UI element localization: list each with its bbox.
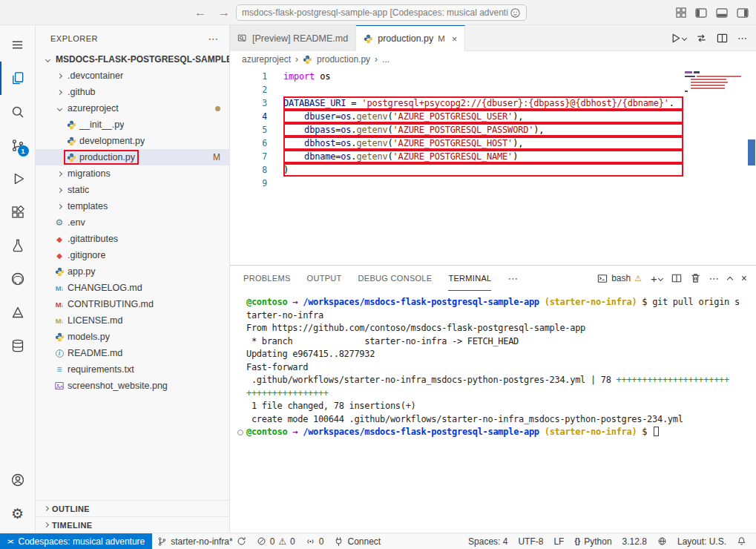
panel-tab-debug-console[interactable]: DEBUG CONSOLE <box>358 266 433 291</box>
code-line-3[interactable]: 3DATABASE_URI = 'postgresql+psycopg2://{… <box>230 96 683 110</box>
branch-indicator[interactable]: starter-no-infra* <box>152 533 251 549</box>
file-tree-item-license-md[interactable]: M↓LICENSE.md <box>36 312 229 329</box>
database-icon[interactable] <box>0 329 36 362</box>
ports-indicator[interactable]: 0 <box>300 533 329 549</box>
breadcrumb-item-production-py[interactable]: production.py <box>317 54 370 65</box>
terminal-instance-bash[interactable]: bash ⚠ <box>597 273 642 283</box>
panel-tab-terminal[interactable]: TERMINAL <box>448 266 491 291</box>
terminal-line: @contoso → /workspaces/msdocs-flask-post… <box>234 296 756 309</box>
run-dropdown-icon[interactable] <box>682 35 687 40</box>
file-tree-item-gitattributes[interactable]: ◆.gitattributes <box>36 231 229 247</box>
file-tree-item-models-py[interactable]: models.py <box>36 329 229 345</box>
split-terminal-icon[interactable] <box>671 273 682 283</box>
remote-indicator[interactable]: >< Codespaces: musical adventure <box>0 533 152 549</box>
terminal-line: Updating e967415..8277932 <box>234 348 756 361</box>
code-line-9[interactable]: 9 <box>230 177 683 190</box>
customize-layout-icon[interactable] <box>676 7 686 18</box>
encoding-indicator[interactable]: UTF-8 <box>513 533 548 549</box>
settings-gear-icon[interactable]: ⚙ <box>0 496 36 530</box>
minimap[interactable] <box>685 71 746 93</box>
file-tree-item-migrations[interactable]: migrations <box>36 165 229 182</box>
file-tree-item-env[interactable]: ⚙.env <box>36 214 229 231</box>
img-icon <box>53 381 65 390</box>
toggle-sidebar-icon[interactable] <box>695 8 707 18</box>
run-python-file-button[interactable] <box>670 33 686 44</box>
github-icon[interactable] <box>0 262 36 295</box>
file-tree-item-gitignore[interactable]: ◆.gitignore <box>36 247 229 263</box>
more-actions-icon[interactable]: ⋯ <box>737 33 747 44</box>
python-interpreter-indicator[interactable]: 3.12.8 <box>617 533 652 549</box>
code-line-8[interactable]: 8) <box>230 163 683 177</box>
file-tree-item-app-py[interactable]: app.py <box>36 263 229 280</box>
terminal-output[interactable]: @contoso → /workspaces/msdocs-flask-post… <box>230 291 756 533</box>
tab-preview-readme-md[interactable]: [Preview] README.md <box>230 25 356 51</box>
globe-icon[interactable] <box>652 533 672 549</box>
extensions-icon[interactable] <box>0 195 36 229</box>
back-icon[interactable]: ← <box>194 6 206 19</box>
command-center[interactable]: msdocs-flask-postgresql-sample-app [Code… <box>236 4 527 21</box>
file-tree-item-screenshot-website-png[interactable]: screenshot_website.png <box>36 378 229 394</box>
open-changes-icon[interactable] <box>696 33 707 44</box>
breadcrumb-item-[interactable]: ... <box>382 54 389 65</box>
testing-icon[interactable] <box>0 229 36 262</box>
azure-icon[interactable] <box>0 295 36 329</box>
breadcrumb-item-azureproject[interactable]: azureproject <box>242 54 291 65</box>
connect-button[interactable]: Connect <box>329 533 386 549</box>
file-tree-item-github[interactable]: .github <box>36 84 229 100</box>
file-tree-item-development-py[interactable]: development.py <box>36 133 229 149</box>
file-tree-item-production-py[interactable]: production.pyM <box>36 149 229 165</box>
code-editor[interactable]: 1import os23DATABASE_URI = 'postgresql+p… <box>230 68 756 265</box>
run-debug-icon[interactable] <box>0 162 36 195</box>
kill-terminal-icon[interactable] <box>691 273 700 283</box>
file-tree-item-msdocs-flask-postgresql-sample[interactable]: MSDOCS-FLASK-POSTGRESQL-SAMPLE-... <box>36 51 229 68</box>
braces-icon: {} <box>574 537 580 545</box>
file-tree-item-readme-md[interactable]: iREADME.md <box>36 345 229 361</box>
codespace-remote-icon[interactable] <box>510 7 521 19</box>
code-line-4[interactable]: 4 dbuser=os.getenv('AZURE_POSTGRESQL_USE… <box>230 110 683 123</box>
account-icon[interactable] <box>0 463 36 496</box>
new-terminal-dropdown-icon[interactable] <box>658 275 663 280</box>
tab-production-py[interactable]: production.pyM× <box>356 25 465 51</box>
eol-indicator[interactable]: LF <box>548 533 569 549</box>
new-terminal-button[interactable]: + <box>651 272 663 285</box>
forward-icon[interactable]: → <box>218 6 230 19</box>
file-tree-item-contributing-md[interactable]: M↓CONTRIBUTING.md <box>36 296 229 312</box>
timeline-section-header[interactable]: TIMELINE <box>36 516 229 533</box>
file-tree-item-azureproject[interactable]: azureproject <box>36 100 229 116</box>
file-tree-item-devcontainer[interactable]: .devcontainer <box>36 68 229 84</box>
file-tree-item-changelog-md[interactable]: M↓CHANGELOG.md <box>36 280 229 296</box>
source-control-icon[interactable]: 1 <box>0 128 36 162</box>
search-icon[interactable] <box>0 95 36 128</box>
close-panel-icon[interactable]: × <box>741 272 747 284</box>
panel-more-actions-icon[interactable]: ⋯ <box>709 273 719 284</box>
ports-icon <box>306 536 315 546</box>
keyboard-layout-indicator[interactable]: Layout: U.S. <box>672 533 732 549</box>
toggle-secondary-sidebar-icon[interactable] <box>737 8 749 18</box>
panel-tab-problems[interactable]: PROBLEMS <box>243 266 291 291</box>
code-line-7[interactable]: 7 dbname=os.getenv('AZURE_POSTGRESQL_NAM… <box>230 150 683 163</box>
close-icon[interactable]: × <box>452 33 458 45</box>
maximize-panel-icon[interactable] <box>727 276 733 282</box>
indentation-indicator[interactable]: Spaces: 4 <box>463 533 513 549</box>
code-line-2[interactable]: 2 <box>230 83 683 96</box>
code-line-6[interactable]: 6 dbhost=os.getenv('AZURE_POSTGRESQL_HOS… <box>230 137 683 150</box>
chevron-right-icon <box>53 172 65 176</box>
file-tree-item-requirements-txt[interactable]: ≡requirements.txt <box>36 361 229 378</box>
toggle-panel-icon[interactable] <box>716 8 728 18</box>
panel-tab-output[interactable]: OUTPUT <box>307 266 342 291</box>
code-line-5[interactable]: 5 dbpass=os.getenv('AZURE_POSTGRESQL_PAS… <box>230 123 683 137</box>
language-indicator[interactable]: {} Python <box>569 533 617 549</box>
notifications-bell-icon[interactable] <box>732 533 752 549</box>
file-tree-item-static[interactable]: static <box>36 182 229 198</box>
panel-more-tabs-icon[interactable]: ⋯ <box>507 272 518 284</box>
split-editor-icon[interactable] <box>717 33 728 44</box>
outline-section-header[interactable]: OUTLINE <box>36 500 229 516</box>
code-line-1[interactable]: 1import os <box>230 70 683 83</box>
file-tree-item-init-py[interactable]: __init__.py <box>36 116 229 133</box>
file-tree-item-templates[interactable]: templates <box>36 198 229 214</box>
explorer-icon[interactable] <box>0 62 36 95</box>
problems-indicator[interactable]: 0 ⚠ 0 <box>252 533 300 549</box>
menu-icon[interactable] <box>0 28 36 62</box>
sync-icon[interactable] <box>237 536 246 546</box>
explorer-more-actions-icon[interactable]: ⋯ <box>208 33 220 45</box>
